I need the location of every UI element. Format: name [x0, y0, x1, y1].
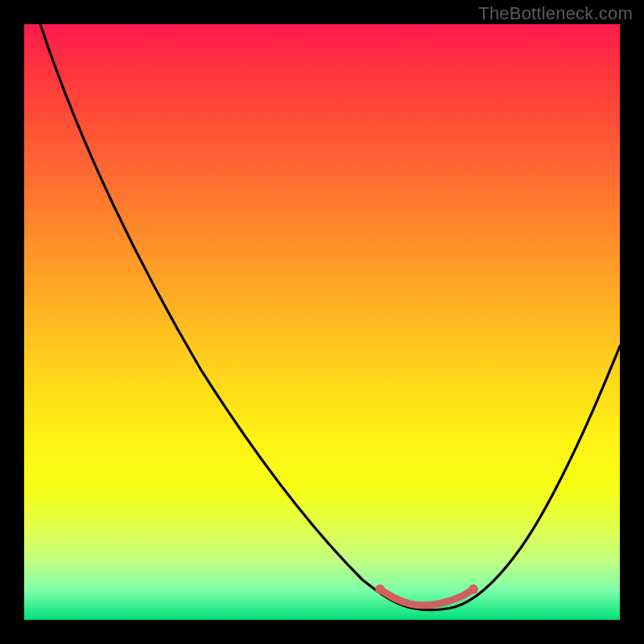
- plot-area: [24, 24, 620, 620]
- chart-container: TheBottleneck.com: [0, 0, 644, 644]
- marker-start-dot: [375, 584, 385, 594]
- chart-svg: [24, 24, 620, 620]
- marker-end-dot: [469, 584, 478, 594]
- watermark-text: TheBottleneck.com: [478, 3, 633, 24]
- bottleneck-curve: [40, 24, 620, 610]
